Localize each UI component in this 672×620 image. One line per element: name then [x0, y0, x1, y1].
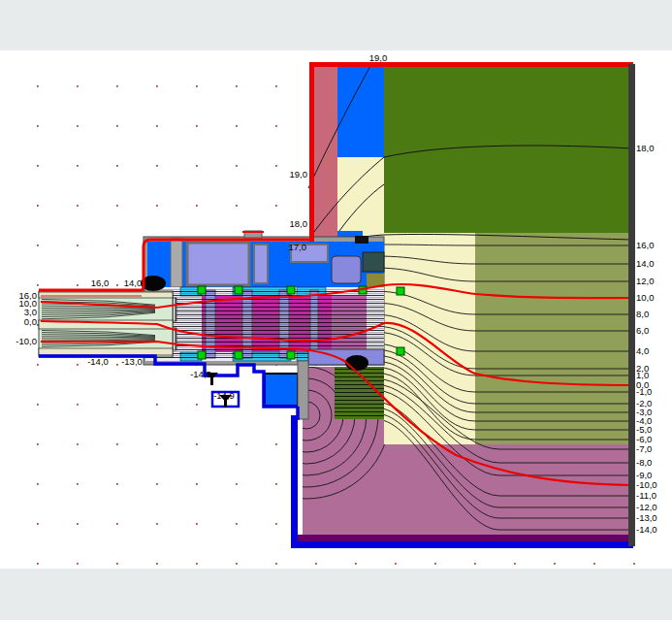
grid-dot: [77, 205, 79, 207]
grid-dot: [156, 125, 158, 127]
right-scale-label: -10,0: [636, 479, 657, 490]
grid-dot: [77, 483, 79, 485]
adiabatic-cut-border: [628, 64, 635, 546]
right-scale-label: 6,0: [636, 325, 649, 336]
glazing-top-label: 16,0: [91, 277, 110, 288]
glass-pane-outer: [39, 292, 173, 298]
green-marker: [198, 351, 206, 359]
frame-head-cavity: [332, 256, 361, 283]
interior-boundary-left: [309, 62, 314, 242]
grid-dot: [37, 245, 39, 246]
grid-dot: [156, 443, 158, 445]
grid-dot: [236, 563, 238, 565]
glazing-bottom-label: -14,0: [87, 356, 109, 367]
grid-dot: [156, 165, 158, 167]
grid-dot: [554, 563, 556, 565]
grid-dot: [37, 523, 39, 525]
grid-dot: [236, 165, 238, 167]
frame-cavity-large: [187, 243, 249, 285]
grid-dot: [196, 404, 198, 406]
grid-dot: [116, 443, 118, 445]
grid-dot: [37, 404, 39, 406]
grid-dot: [77, 284, 79, 286]
grid-dot: [77, 563, 79, 565]
min-temperature-label: -14,5: [190, 369, 211, 379]
interior-plaster-region: [312, 66, 337, 239]
grid-dot: [236, 443, 238, 445]
glazing-bottom-label: -13,0: [121, 356, 143, 367]
grid-dot: [77, 404, 79, 406]
green-marker: [198, 286, 206, 294]
grid-dot: [156, 404, 158, 406]
lintel-blue-region: [337, 66, 384, 157]
interior-boundary-top: [310, 62, 633, 67]
grid-dot: [37, 364, 39, 366]
grid-dot: [275, 563, 277, 565]
grid-dot: [275, 523, 277, 525]
grid-dot: [355, 563, 357, 565]
grid-dot: [77, 85, 79, 87]
right-scale-label: 12,0: [636, 276, 655, 286]
right-scale-label: 14,0: [636, 258, 655, 269]
grid-dot: [37, 443, 39, 445]
grid-dot: [156, 205, 158, 207]
grid-dot: [236, 523, 238, 525]
right-scale-label: 16,0: [636, 240, 655, 250]
lintel-cream-region: [337, 157, 384, 231]
grid-dot: [77, 523, 79, 525]
grid-dot: [37, 284, 39, 286]
grid-dot: [196, 125, 198, 127]
grid-dot: [37, 324, 39, 326]
grid-dot: [236, 483, 238, 485]
green-marker: [235, 351, 242, 359]
grid-dot: [275, 165, 277, 167]
grid-dot: [116, 404, 118, 406]
grid-dot: [116, 523, 118, 525]
grid-dot: [275, 85, 277, 87]
grid-dot: [275, 205, 277, 207]
right-scale-label: -13,0: [636, 512, 657, 523]
grid-dot: [593, 563, 595, 565]
right-scale-label: -8,0: [636, 457, 652, 468]
grid-dot: [37, 563, 39, 565]
grid-dot: [37, 205, 39, 207]
band-isotherm-label: 18,0: [290, 218, 308, 229]
grid-dot: [236, 85, 238, 87]
frame-cavity-slim: [254, 245, 268, 283]
exterior-boundary-bottom: [291, 541, 633, 548]
exterior-boundary-lower-left: [291, 415, 298, 547]
frame-divider-channel: [171, 239, 182, 287]
green-marker: [397, 287, 404, 295]
grid-dot: [236, 205, 238, 207]
right-scale-label: 10,0: [636, 292, 655, 303]
grid-dot: [37, 483, 39, 485]
green-marker: [397, 347, 404, 355]
grid-dot: [633, 563, 635, 565]
glass-pane-inner: [39, 348, 173, 355]
grid-dot: [196, 563, 198, 565]
grid-dot: [116, 284, 118, 286]
grid-dot: [37, 85, 39, 87]
grid-dot: [196, 165, 198, 167]
grid-dot: [434, 563, 436, 565]
grid-dot: [275, 483, 277, 485]
grid-dot: [275, 443, 277, 445]
grid-dot: [116, 245, 118, 246]
min-temperature-label: -14,9: [213, 390, 235, 401]
green-marker: [287, 286, 295, 294]
right-scale-label: 18,0: [636, 143, 655, 153]
window-chrome-bottom: [0, 569, 672, 620]
grid-dot: [116, 364, 118, 366]
grid-dot: [77, 165, 79, 167]
grid-dot: [37, 165, 39, 167]
insulation-green-region: [384, 66, 633, 233]
drawing-canvas[interactable]: 18,016,014,012,010,08,06,04,02,01,00,0-1…: [0, 0, 672, 620]
grid-dot: [474, 563, 476, 565]
grid-dot: [116, 85, 118, 87]
glazing-top-label: 14,0: [124, 277, 143, 288]
grid-dot: [77, 245, 79, 246]
right-scale-label: 8,0: [636, 309, 649, 319]
masonry-cream-region: [384, 233, 475, 444]
grid-dot: [236, 125, 238, 127]
right-scale-label: -7,0: [636, 443, 652, 454]
